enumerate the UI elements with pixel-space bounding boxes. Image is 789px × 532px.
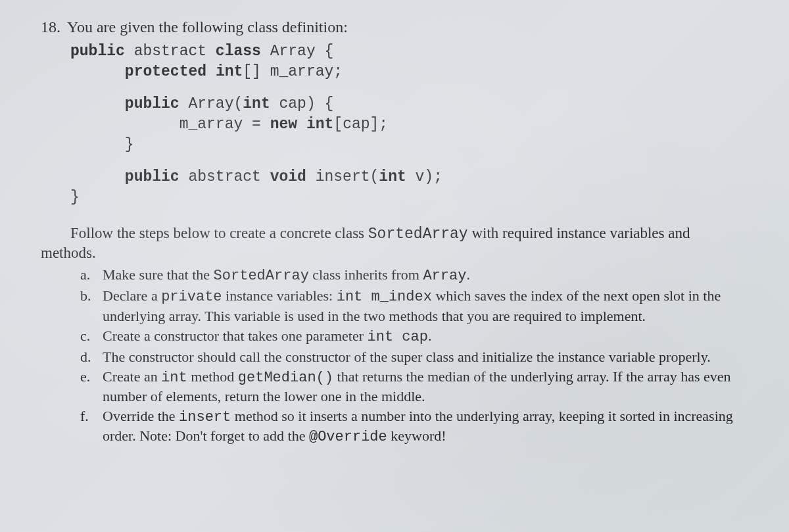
- code-line-5: }: [70, 135, 753, 155]
- list-item-c: c. Create a constructor that takes one p…: [80, 327, 753, 347]
- steps-list: a. Make sure that the SortedArray class …: [80, 266, 753, 447]
- question-number: 18.: [41, 18, 60, 36]
- question-header: 18. You are given the following class de…: [41, 18, 753, 36]
- code-line-4: m_array = new int[cap];: [70, 114, 753, 135]
- list-item-b: b. Declare a private instance variables:…: [80, 287, 753, 325]
- code-line-2: protected int[] m_array;: [70, 62, 753, 82]
- list-item-d: d. The constructor should call the const…: [80, 348, 753, 366]
- list-item-a: a. Make sure that the SortedArray class …: [80, 266, 753, 285]
- code-line-7: }: [70, 187, 753, 208]
- code-block: public abstract class Array { protected …: [70, 41, 753, 208]
- code-line-3: public Array(int cap) {: [70, 94, 753, 114]
- code-line-6: public abstract void insert(int v);: [70, 167, 753, 187]
- question-intro: You are given the following class defini…: [67, 18, 348, 36]
- follow-instructions: Follow the steps below to create a concr…: [70, 224, 753, 245]
- list-item-f: f. Override the insert method so it inse…: [80, 407, 753, 447]
- follow-instructions-cont: methods.: [41, 245, 753, 262]
- list-item-e: e. Create an int method getMedian() that…: [80, 368, 753, 406]
- code-line-1: public abstract class Array {: [70, 41, 753, 62]
